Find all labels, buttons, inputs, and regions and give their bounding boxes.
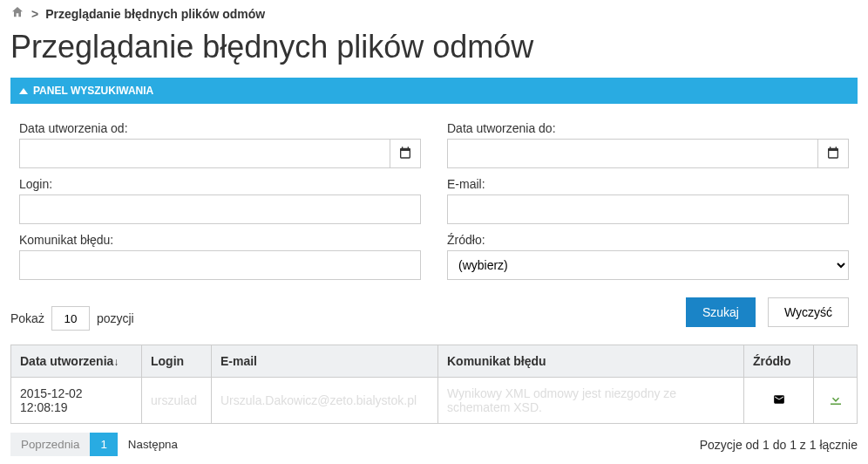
results-table: Data utworzenia↓ Login E-mail Komunikat … xyxy=(10,345,858,424)
pager-prev[interactable]: Poprzednia xyxy=(10,433,90,456)
date-to-label: Data utworzenia do: xyxy=(447,121,849,135)
cell-created: 2015-12-02 12:08:19 xyxy=(11,378,142,424)
search-button[interactable]: Szukaj xyxy=(686,297,756,327)
error-message-input[interactable] xyxy=(19,250,421,280)
search-panel-title: PANEL WYSZUKIWANIA xyxy=(33,85,153,97)
breadcrumb: > Przeglądanie błędnych plików odmów xyxy=(10,5,858,22)
cell-source xyxy=(744,378,814,424)
date-from-calendar-button[interactable] xyxy=(390,139,421,168)
pager-summary: Pozycje od 1 do 1 z 1 łącznie xyxy=(700,438,858,452)
email-label: E-mail: xyxy=(447,177,849,191)
col-header-action xyxy=(814,345,858,378)
calendar-icon xyxy=(398,146,412,162)
login-label: Login: xyxy=(19,177,421,191)
search-panel-header[interactable]: PANEL WYSZUKIWANIA xyxy=(10,78,858,104)
col-header-error[interactable]: Komunikat błędu xyxy=(438,345,744,378)
cell-login: urszulad xyxy=(142,378,212,424)
email-input[interactable] xyxy=(447,194,849,224)
page-size-input[interactable] xyxy=(51,306,90,331)
breadcrumb-current: Przeglądanie błędnych plików odmów xyxy=(45,7,265,21)
error-message-label: Komunikat błędu: xyxy=(19,233,421,247)
col-header-source[interactable]: Źródło xyxy=(744,345,814,378)
clear-button[interactable]: Wyczyść xyxy=(768,297,849,327)
collapse-triangle-icon xyxy=(19,88,28,94)
col-header-email[interactable]: E-mail xyxy=(212,345,438,378)
login-input[interactable] xyxy=(19,194,421,224)
mail-icon xyxy=(771,394,787,408)
pager-page-1[interactable]: 1 xyxy=(90,433,117,456)
date-from-label: Data utworzenia od: xyxy=(19,121,421,135)
breadcrumb-separator: > xyxy=(31,7,38,21)
download-icon xyxy=(828,396,844,410)
cell-email: Urszula.Dakowicz@zeto.bialystok.pl xyxy=(212,378,438,424)
search-panel-body: Data utworzenia od: Data utworzenia do: xyxy=(10,104,858,334)
table-footer: Poprzednia 1 Następna Pozycje od 1 do 1 … xyxy=(10,433,858,456)
col-header-created[interactable]: Data utworzenia↓ xyxy=(11,345,142,378)
pager-next[interactable]: Następna xyxy=(118,433,188,456)
cell-download[interactable] xyxy=(814,378,858,424)
calendar-icon xyxy=(826,146,840,162)
date-to-input[interactable] xyxy=(447,139,818,168)
page-size-suffix: pozycji xyxy=(97,311,134,325)
cell-error: Wynikowy XML odmowy jest niezgodny ze sc… xyxy=(438,378,744,424)
col-header-login[interactable]: Login xyxy=(142,345,212,378)
sort-desc-icon: ↓ xyxy=(113,356,119,368)
date-to-calendar-button[interactable] xyxy=(818,139,849,168)
page-size-show-label: Pokaż xyxy=(10,311,44,325)
source-label: Źródło: xyxy=(447,233,849,247)
pager: Poprzednia 1 Następna xyxy=(10,433,188,456)
home-icon[interactable] xyxy=(10,5,24,22)
table-row: 2015-12-02 12:08:19 urszulad Urszula.Dak… xyxy=(11,378,858,424)
page-title: Przeglądanie błędnych plików odmów xyxy=(10,29,858,65)
date-from-input[interactable] xyxy=(19,139,390,168)
source-select[interactable]: (wybierz) xyxy=(447,250,849,280)
